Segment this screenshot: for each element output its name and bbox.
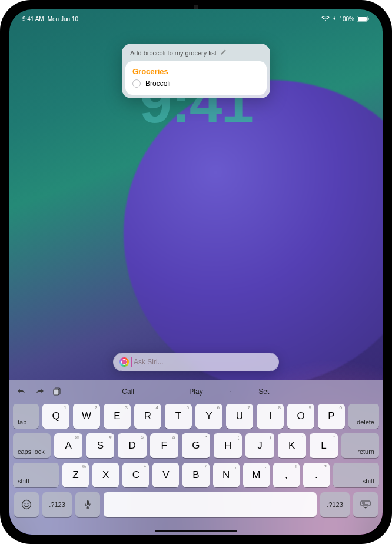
svg-rect-4 xyxy=(54,389,59,395)
key-dictation[interactable] xyxy=(75,492,100,517)
key-numbers-left[interactable]: .?123 xyxy=(42,492,72,517)
svg-rect-8 xyxy=(87,500,89,505)
key-shift-left[interactable]: shift xyxy=(13,463,59,487)
key-k[interactable]: K' xyxy=(278,433,306,458)
key-return[interactable]: return xyxy=(341,433,379,458)
key-d[interactable]: D$ xyxy=(118,433,146,458)
siri-prompt-text: Add broccoli to my grocery list xyxy=(130,49,217,57)
redo-icon[interactable] xyxy=(34,386,45,397)
reminder-checkbox[interactable] xyxy=(132,79,141,88)
key-w[interactable]: W2 xyxy=(73,404,100,429)
key-numbers-right[interactable]: .?123 xyxy=(320,492,350,517)
key-b[interactable]: B/ xyxy=(182,463,209,487)
key-emoji[interactable] xyxy=(14,492,39,517)
svg-point-5 xyxy=(22,500,31,509)
key-.[interactable]: .? xyxy=(303,463,330,487)
keyboard[interactable]: Call Play Set tab Q1W2E3R4T5Y6U7I8O9P0de… xyxy=(9,380,383,535)
siri-response-card[interactable]: Add broccoli to my grocery list Grocerie… xyxy=(122,44,270,98)
key-x[interactable]: X- xyxy=(92,463,119,487)
key-,[interactable]: ,! xyxy=(273,463,300,487)
key-y[interactable]: Y6 xyxy=(195,404,222,429)
edit-icon[interactable] xyxy=(220,49,226,57)
key-s[interactable]: S# xyxy=(86,433,114,458)
key-delete[interactable]: delete xyxy=(348,404,379,429)
charging-icon xyxy=(332,16,337,21)
key-v[interactable]: V= xyxy=(152,463,179,487)
undo-icon[interactable] xyxy=(16,386,27,397)
key-o[interactable]: O9 xyxy=(287,404,314,429)
wifi-icon xyxy=(321,16,330,22)
status-time: 9:41 AM xyxy=(22,16,44,22)
key-z[interactable]: Z% xyxy=(62,463,89,487)
home-indicator[interactable] xyxy=(155,530,237,532)
front-camera xyxy=(194,5,198,9)
reminders-list-title: Groceries xyxy=(132,67,260,76)
key-t[interactable]: T5 xyxy=(165,404,192,429)
text-cursor xyxy=(131,357,132,367)
key-j[interactable]: J) xyxy=(245,433,274,458)
key-tab[interactable]: tab xyxy=(13,404,39,429)
suggestion[interactable]: Call xyxy=(94,387,162,396)
reminders-item[interactable]: Broccoli xyxy=(132,79,260,88)
key-h[interactable]: H( xyxy=(214,433,242,458)
suggestion[interactable]: Set xyxy=(230,387,298,396)
key-c[interactable]: C+ xyxy=(122,463,149,487)
key-space[interactable] xyxy=(104,492,317,517)
battery-percent: 100% xyxy=(339,16,354,22)
siri-placeholder: Ask Siri... xyxy=(134,358,273,366)
status-date: Mon Jun 10 xyxy=(48,16,78,22)
reminder-text: Broccoli xyxy=(145,79,171,88)
siri-icon xyxy=(119,357,129,367)
key-dismiss-keyboard[interactable] xyxy=(353,492,378,517)
key-caps-lock[interactable]: caps lock xyxy=(13,433,51,458)
key-p[interactable]: P0 xyxy=(318,404,345,429)
suggestion[interactable]: Play xyxy=(162,387,230,396)
battery-icon xyxy=(357,16,370,22)
key-n[interactable]: N; xyxy=(213,463,240,487)
svg-point-7 xyxy=(28,503,29,505)
key-r[interactable]: R4 xyxy=(134,404,161,429)
key-q[interactable]: Q1 xyxy=(42,404,69,429)
key-a[interactable]: A@ xyxy=(54,433,82,458)
key-i[interactable]: I8 xyxy=(257,404,284,429)
key-g[interactable]: G* xyxy=(182,433,210,458)
clipboard-icon[interactable] xyxy=(52,386,62,397)
svg-point-6 xyxy=(25,503,26,505)
siri-text-input[interactable]: Ask Siri... xyxy=(114,353,278,371)
key-u[interactable]: U7 xyxy=(226,404,253,429)
key-f[interactable]: F& xyxy=(150,433,178,458)
reminders-widget[interactable]: Groceries Broccoli xyxy=(125,61,267,95)
status-bar: 9:41 AM Mon Jun 10 100% xyxy=(9,13,383,25)
key-l[interactable]: L" xyxy=(310,433,338,458)
svg-rect-2 xyxy=(368,18,370,20)
svg-rect-1 xyxy=(358,17,367,21)
key-e[interactable]: E3 xyxy=(104,404,131,429)
key-m[interactable]: M: xyxy=(243,463,270,487)
screen: 9:41 9:41 AM Mon Jun 10 100% Add brocco xyxy=(9,9,383,535)
key-shift-right[interactable]: shift xyxy=(333,463,379,487)
